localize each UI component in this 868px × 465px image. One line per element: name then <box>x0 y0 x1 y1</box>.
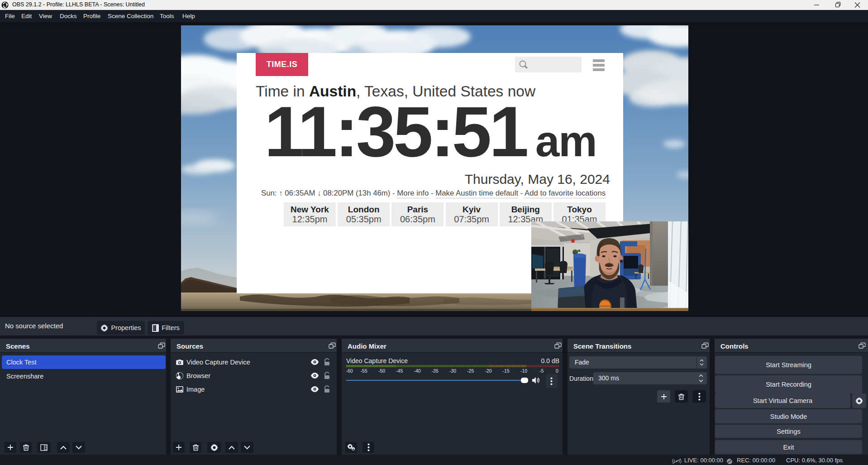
svg-text:-55: -55 <box>361 368 367 374</box>
svg-text:-50: -50 <box>378 368 385 374</box>
svg-text:-5: -5 <box>539 368 544 374</box>
svg-text:-35: -35 <box>432 368 439 374</box>
svg-text:-30: -30 <box>449 368 456 374</box>
svg-text:-10: -10 <box>520 368 527 374</box>
svg-text:-60: -60 <box>346 368 353 374</box>
svg-text:-25: -25 <box>467 368 474 374</box>
svg-text:-45: -45 <box>396 368 403 374</box>
svg-text:0: 0 <box>556 368 558 374</box>
svg-text:-40: -40 <box>414 368 420 374</box>
svg-text:-20: -20 <box>485 368 491 374</box>
svg-text:-15: -15 <box>503 368 510 374</box>
